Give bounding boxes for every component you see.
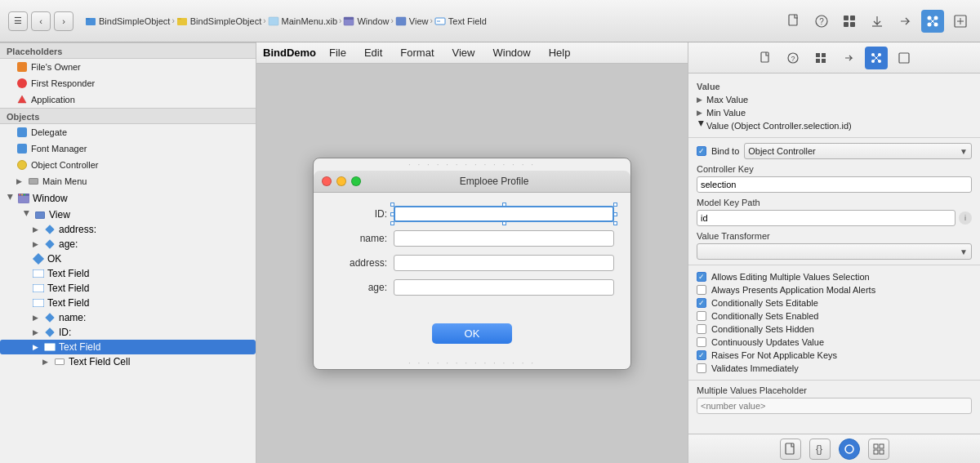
checkbox-allows-editing[interactable]: ✓ Allows Editing Multiple Values Selecti… xyxy=(697,270,972,283)
sidebar-item-ok[interactable]: OK xyxy=(0,252,256,266)
bindings-inspector-btn[interactable] xyxy=(921,10,944,33)
sidebar-item-object-controller[interactable]: Object Controller xyxy=(0,157,256,173)
size-inspector-btn[interactable] xyxy=(949,10,972,33)
bottom-circle-btn[interactable] xyxy=(839,439,860,460)
min-value-row[interactable]: ▶ Min Value xyxy=(697,106,972,119)
rt-file-btn[interactable] xyxy=(754,47,777,69)
cond-editable-cb[interactable]: ✓ xyxy=(697,298,706,308)
dialog-titlebar: Emploee Profile xyxy=(314,171,630,193)
model-key-path-input[interactable] xyxy=(697,210,956,226)
sidebar-toggle-btn[interactable]: ☰ xyxy=(8,11,28,31)
tf-selected-icon-svg xyxy=(44,343,56,351)
sidebar-item-main-menu[interactable]: ▶ Main Menu xyxy=(0,173,256,189)
rt-grid-btn[interactable] xyxy=(809,47,832,69)
sidebar-item-tf-cell[interactable]: ▶ Text Field Cell xyxy=(0,354,256,369)
sidebar-item-text-field-2[interactable]: Text Field xyxy=(0,281,256,296)
ok-button[interactable]: OK xyxy=(432,323,513,344)
checkbox-cond-sets-editable[interactable]: ✓ Conditionally Sets Editable xyxy=(697,296,972,309)
font-manager-label: Font Manager xyxy=(31,144,87,154)
arrow-right-icon-btn[interactable] xyxy=(893,10,916,33)
minimize-btn[interactable] xyxy=(336,176,346,186)
sidebar-item-name[interactable]: ▶ name: xyxy=(0,310,256,325)
allows-editing-cb[interactable]: ✓ xyxy=(697,272,706,282)
multiple-values-input[interactable] xyxy=(697,398,972,414)
value-transformer-select[interactable]: ▼ xyxy=(697,243,972,260)
svg-rect-10 xyxy=(789,15,797,25)
address-field-input[interactable] xyxy=(394,255,614,271)
age-field-input[interactable] xyxy=(394,279,614,296)
continuously-cb[interactable] xyxy=(697,337,706,347)
svg-rect-15 xyxy=(844,22,849,27)
bc-item-6[interactable]: Text Field xyxy=(434,16,487,27)
main-menu-arrow: ▶ xyxy=(16,177,24,185)
value-binding-row[interactable]: ▶ Value (Object Controller.selection.id) xyxy=(697,119,972,132)
grid-icon-btn[interactable] xyxy=(838,10,861,33)
sidebar-item-address[interactable]: ▶ address: xyxy=(0,222,256,237)
rt-arrow-btn[interactable] xyxy=(837,47,860,69)
checkbox-raises-not-applicable[interactable]: ✓ Raises For Not Applicable Keys xyxy=(697,349,972,362)
id-field-input[interactable] xyxy=(394,206,614,222)
checkbox-always-presents[interactable]: Always Presents Application Modal Alerts xyxy=(697,283,972,296)
bc-item-4[interactable]: Window xyxy=(343,16,389,27)
bindings-icon xyxy=(925,14,940,29)
bottom-curly-btn[interactable]: {} xyxy=(809,439,831,460)
cond-enabled-cb[interactable] xyxy=(697,311,706,321)
svg-rect-55 xyxy=(880,444,884,448)
checkbox-cond-sets-hidden[interactable]: Conditionally Sets Hidden xyxy=(697,323,972,336)
bc-item-2[interactable]: BindSimpleObject xyxy=(176,16,261,27)
bc-item-5[interactable]: View xyxy=(395,16,429,27)
tf2-icon-svg xyxy=(33,284,44,292)
bind-to-checkbox[interactable]: ✓ xyxy=(697,146,706,156)
menu-window[interactable]: Window xyxy=(484,45,538,60)
menu-edit[interactable]: Edit xyxy=(356,45,390,60)
sidebar-item-age[interactable]: ▶ age: xyxy=(0,237,256,252)
raises-cb[interactable]: ✓ xyxy=(697,350,706,360)
tfc-label: Text Field Cell xyxy=(69,356,130,367)
max-value-row[interactable]: ▶ Max Value xyxy=(697,93,972,106)
checkbox-cond-sets-enabled[interactable]: Conditionally Sets Enabled xyxy=(697,309,972,323)
sidebar-item-first-responder[interactable]: First Responder xyxy=(0,75,256,91)
validates-cb[interactable] xyxy=(697,363,706,373)
sidebar-item-application[interactable]: Application xyxy=(0,91,256,108)
bc-item-1[interactable]: BindSimpleObject xyxy=(85,16,170,27)
bottom-file-btn[interactable] xyxy=(780,439,801,460)
menu-view[interactable]: View xyxy=(444,45,483,60)
download-icon-btn[interactable] xyxy=(866,10,889,33)
sidebar-item-text-field-3[interactable]: Text Field xyxy=(0,296,256,310)
rt-size-btn[interactable] xyxy=(893,47,915,69)
close-btn[interactable] xyxy=(322,176,332,186)
name-field-input[interactable] xyxy=(394,230,614,247)
min-value-arrow: ▶ xyxy=(697,109,706,117)
checkbox-continuously-updates[interactable]: Continuously Updates Value xyxy=(697,336,972,349)
bottom-grid-btn[interactable] xyxy=(868,439,889,460)
toolbar-right: ? xyxy=(782,10,972,33)
menu-format[interactable]: Format xyxy=(392,45,442,60)
sidebar-item-text-field-selected[interactable]: ▶ Text Field xyxy=(0,340,256,354)
cond-hidden-cb[interactable] xyxy=(697,324,706,334)
menu-file[interactable]: File xyxy=(321,45,354,60)
checkbox-validates-immediately[interactable]: Validates Immediately xyxy=(697,362,972,375)
sidebar-item-id[interactable]: ▶ ID: xyxy=(0,325,256,340)
bc-item-3[interactable]: MainMenu.xib xyxy=(268,16,337,27)
always-presents-cb[interactable] xyxy=(697,285,706,295)
sidebar-item-view[interactable]: ▶ View xyxy=(0,207,256,222)
model-key-path-row: i xyxy=(697,210,972,226)
forward-btn[interactable]: › xyxy=(54,11,74,31)
back-btn[interactable]: ‹ xyxy=(31,11,51,31)
file-icon-btn[interactable] xyxy=(782,10,805,33)
view-icon xyxy=(395,16,407,27)
question-icon-btn[interactable]: ? xyxy=(810,10,833,33)
rt-question-btn[interactable]: ? xyxy=(782,47,804,69)
controller-key-input[interactable] xyxy=(697,176,972,193)
sidebar-item-files-owner[interactable]: File's Owner xyxy=(0,59,256,75)
maximize-btn[interactable] xyxy=(351,176,361,186)
main-menu-label: Main Menu xyxy=(42,176,87,186)
sidebar-item-delegate[interactable]: Delegate xyxy=(0,124,256,140)
sidebar-item-font-manager[interactable]: Font Manager xyxy=(0,140,256,157)
sidebar-item-window[interactable]: ▶ Window xyxy=(0,189,256,207)
rt-bindings-btn[interactable] xyxy=(865,47,888,69)
file-icon xyxy=(786,14,801,29)
sidebar-item-text-field-1[interactable]: Text Field xyxy=(0,266,256,281)
bind-to-select[interactable]: Object Controller ▼ xyxy=(744,143,972,159)
menu-help[interactable]: Help xyxy=(541,45,579,60)
